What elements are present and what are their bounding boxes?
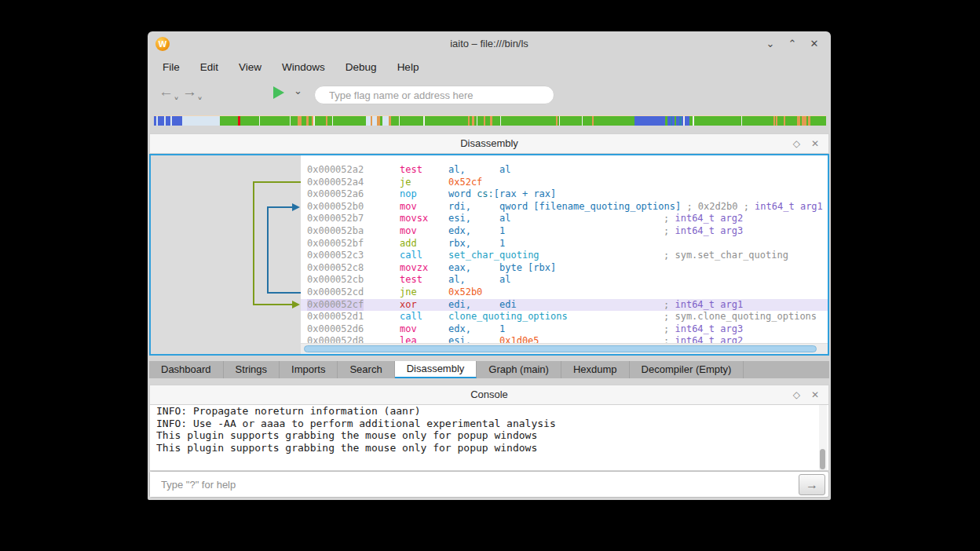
memory-map-segment <box>477 116 484 126</box>
run-dropdown-chevron-icon[interactable]: ⌄ <box>294 85 302 97</box>
scrollbar-thumb[interactable] <box>820 449 825 469</box>
asm-address: 0x000052d6 <box>307 323 364 336</box>
back-dropdown-icon: ˅ <box>174 95 178 102</box>
float-panel-icon[interactable]: ◇ <box>793 138 800 149</box>
asm-mnemonic: xor <box>400 299 417 312</box>
titlebar[interactable]: W iaito – file:///bin/ls ⌄ ⌃ ✕ <box>148 31 831 57</box>
asm-mnemonic: nop <box>400 188 417 201</box>
asm-operand-2: qword [filename_quoting_options] ; 0x2d2… <box>499 201 823 213</box>
asm-operand-1: al, <box>448 164 466 177</box>
asm-comment: ; int64_t arg3 <box>664 225 743 238</box>
asm-operand-1: set_char_quoting <box>448 250 539 262</box>
asm-row[interactable]: 0x000052c3callset_char_quoting; sym.set_… <box>301 250 828 262</box>
asm-row[interactable]: 0x000052c8movzxeax,byte [rbx] <box>301 262 828 275</box>
asm-operand-2: 1 <box>499 238 505 250</box>
disassembly-panel: 0x000052a2testal,al0x000052a4je0x52cf0x0… <box>149 154 829 356</box>
forward-button[interactable]: → ˅ <box>182 83 197 100</box>
jump-arrow-graphic <box>151 155 301 354</box>
window-title: iaito – file:///bin/ls <box>148 31 831 57</box>
memory-map-segment <box>240 116 259 126</box>
asm-address: 0x000052a6 <box>307 188 364 201</box>
vertical-scrollbar[interactable] <box>819 405 827 471</box>
console-command-input[interactable] <box>150 472 794 497</box>
asm-address: 0x000052cb <box>307 274 364 286</box>
console-panel-header[interactable]: Console ◇ ✕ <box>149 385 829 405</box>
memory-map-segment <box>260 116 290 126</box>
tab-imports[interactable]: Imports <box>280 361 338 378</box>
memory-map-segment <box>634 116 665 126</box>
asm-mnemonic: jne <box>400 286 417 299</box>
asm-row[interactable]: 0x000052d1callclone_quoting_options; sym… <box>301 311 828 323</box>
asm-row[interactable]: 0x000052cdjne0x52b0 <box>301 286 828 299</box>
asm-rows: 0x000052a2testal,al0x000052a4je0x52cf0x0… <box>301 155 828 343</box>
asm-row[interactable]: 0x000052a2testal,al <box>301 164 828 177</box>
memory-map-segment <box>315 116 326 126</box>
memory-map-segment <box>182 116 220 126</box>
console-input-row: → <box>149 471 829 498</box>
memory-map-segment <box>777 116 784 126</box>
memory-map-segment <box>560 116 582 126</box>
close-button[interactable]: ✕ <box>807 37 821 51</box>
tab-strings[interactable]: Strings <box>224 361 280 378</box>
tab-decompiler[interactable]: Decompiler (Empty) <box>630 361 744 378</box>
asm-row[interactable]: 0x000052a4je0x52cf <box>301 177 828 189</box>
scrollbar-thumb[interactable] <box>304 345 817 352</box>
asm-row[interactable]: 0x000052a6nopword cs:[rax + rax] <box>301 188 828 201</box>
menu-item-view[interactable]: View <box>229 57 272 78</box>
asm-operand-2: al <box>499 274 510 286</box>
console-output[interactable]: INFO: Propagate noreturn information (aa… <box>149 405 829 471</box>
tab-disassembly[interactable]: Disassembly <box>395 361 477 378</box>
asm-row[interactable]: 0x000052bfaddrbx,1 <box>301 238 828 250</box>
memory-map-segment <box>158 116 164 126</box>
memory-map-segment <box>742 116 773 126</box>
asm-row[interactable]: 0x000052cfxoredi,edi; int64_t arg1 <box>301 299 828 312</box>
asm-operand-2: 0x1d0e5 <box>499 335 539 343</box>
menu-item-debug[interactable]: Debug <box>335 57 387 78</box>
memory-map-segment <box>492 116 500 126</box>
memory-map-segment <box>391 116 399 126</box>
forward-arrow-icon: → <box>182 83 197 100</box>
minimize-button[interactable]: ⌄ <box>763 37 777 51</box>
send-command-button[interactable]: → <box>799 474 825 495</box>
menu-item-windows[interactable]: Windows <box>272 57 335 78</box>
menubar: File Edit View Windows Debug Help <box>148 57 831 78</box>
console-line: INFO: Propagate noreturn information (aa… <box>150 405 828 418</box>
asm-row[interactable]: 0x000052cbtestal,al <box>301 274 828 286</box>
app-window: W iaito – file:///bin/ls ⌄ ⌃ ✕ File Edit… <box>148 31 831 500</box>
menu-item-edit[interactable]: Edit <box>190 57 229 78</box>
console-panel-title: Console <box>150 385 828 404</box>
horizontal-scrollbar[interactable] <box>301 343 828 354</box>
asm-operand-1: esi, <box>448 335 471 343</box>
asm-row[interactable]: 0x000052d8leaesi,0x1d0e5; int64_t arg2 <box>301 335 828 343</box>
asm-row[interactable]: 0x000052b7movsxesi,al; int64_t arg2 <box>301 213 828 225</box>
asm-address: 0x000052d1 <box>307 311 364 323</box>
tab-search[interactable]: Search <box>338 361 394 378</box>
memory-map-segment <box>425 116 468 126</box>
asm-row[interactable]: 0x000052bamovedx,1; int64_t arg3 <box>301 225 828 238</box>
menu-item-file[interactable]: File <box>152 57 190 78</box>
asm-operand-1: word cs:[rax + rax] <box>448 188 556 201</box>
disassembly-listing[interactable]: 0x000052a2testal,al0x000052a4je0x52cf0x0… <box>301 155 828 354</box>
asm-address: 0x000052b0 <box>307 201 364 213</box>
asm-operand-1: edx, <box>448 323 471 336</box>
disassembly-panel-header[interactable]: Disassembly ◇ ✕ <box>149 133 829 154</box>
float-panel-icon[interactable]: ◇ <box>793 389 800 400</box>
asm-mnemonic: call <box>400 250 422 262</box>
forward-dropdown-icon: ˅ <box>198 95 202 102</box>
asm-operand-2: al <box>499 164 510 177</box>
maximize-button[interactable]: ⌃ <box>785 37 799 51</box>
console-line: INFO: Use -AA or aaaa to perform additio… <box>150 418 828 430</box>
asm-row[interactable]: 0x000052b0movrdi,qword [filename_quoting… <box>301 201 828 213</box>
tab-dashboard[interactable]: Dashboard <box>149 361 224 378</box>
memory-map-segment <box>694 116 741 126</box>
close-panel-icon[interactable]: ✕ <box>811 389 819 400</box>
tab-graph-main[interactable]: Graph (main) <box>477 361 561 378</box>
debug-run-button[interactable] <box>273 86 284 99</box>
tab-hexdump[interactable]: Hexdump <box>561 361 630 378</box>
asm-row[interactable]: 0x000052d6movedx,1; int64_t arg3 <box>301 323 828 336</box>
menu-item-help[interactable]: Help <box>387 57 430 78</box>
flag-search-input[interactable] <box>314 86 554 104</box>
back-button[interactable]: ← ˅ <box>159 83 174 100</box>
memory-map-seekbar[interactable] <box>154 115 826 126</box>
close-panel-icon[interactable]: ✕ <box>811 138 819 149</box>
